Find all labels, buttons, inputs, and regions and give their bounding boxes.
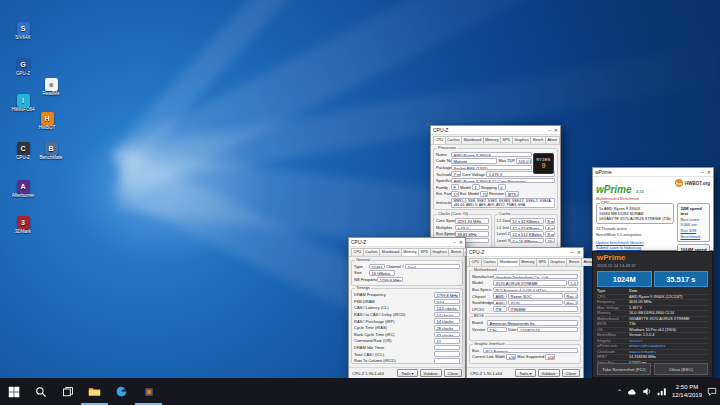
gfx-bus-value: PCI-Express (483, 348, 578, 354)
search-icon (35, 386, 47, 398)
tab[interactable]: About (545, 136, 560, 144)
minimize-icon[interactable]: – (453, 240, 456, 245)
task-view-icon (62, 386, 74, 398)
timing-value (434, 358, 460, 364)
cpuz-taskbar-button[interactable] (135, 378, 162, 405)
timing-label: DRAM Idle Timer (354, 345, 433, 350)
field-label: L1 Inst. (497, 225, 509, 230)
result-titlebar[interactable]: wPrime 2019-12-14 14:49:37 (593, 252, 712, 269)
family-value: F (451, 184, 459, 190)
network-icon[interactable] (657, 387, 667, 396)
southbridge-value: X570 (508, 300, 563, 306)
cpuz-memory-titlebar[interactable]: CPU-Z – ✕ (349, 238, 465, 247)
link-width-value: x16 (506, 354, 516, 360)
processor-group: Processor RYZEN 9 Name AMD Ryzen 9 3900X… (433, 148, 558, 210)
close-icon[interactable]: ✕ (707, 170, 711, 175)
test-name: 32M speed test (680, 206, 707, 216)
document-icon: ≡ (45, 78, 58, 91)
tab[interactable]: SPD (418, 248, 431, 256)
tab[interactable]: Memory (401, 248, 419, 256)
clock-time: 2:50 PM (672, 384, 702, 391)
onedrive-icon[interactable] (627, 388, 637, 396)
tab[interactable]: Graphics (512, 136, 532, 144)
tab[interactable]: Caches (445, 136, 463, 144)
tab[interactable]: SPD (500, 136, 513, 144)
group-title: Graphic Interface (473, 342, 506, 346)
tab[interactable]: Graphics (430, 248, 450, 256)
volume-icon[interactable] (642, 387, 652, 396)
result-row-data: 4616.09 MHz (629, 300, 708, 304)
tab[interactable]: Caches (481, 258, 499, 266)
tray-chevron-icon[interactable]: ⌃ (617, 388, 622, 395)
hwbot-logo[interactable]: hw HWBOT.org (675, 179, 710, 187)
desktop-icon-gpuz[interactable]: G GPU-Z (6, 58, 40, 77)
tab[interactable]: Caches (363, 248, 381, 256)
tab[interactable]: CPU (469, 258, 482, 266)
desktop[interactable]: S SIV64X G GPU-Z i HWiNFO64 ≡ ReadMe H H… (0, 0, 720, 405)
desktop-icon-hwbot[interactable]: H HWBOT (30, 112, 64, 131)
take-screenshot-button[interactable]: Take Screenshot (F12) (597, 363, 651, 375)
field-label: Bus (472, 348, 482, 353)
validate-button[interactable]: Validate (538, 369, 560, 377)
tools-button[interactable]: Tools ▾ (515, 369, 535, 377)
cpuz-mainboard-titlebar[interactable]: CPU-Z – ✕ (467, 248, 583, 257)
wprime-titlebar[interactable]: wPrime – ✕ (593, 168, 713, 177)
action-center-icon[interactable] (707, 387, 717, 396)
close-esc-button[interactable]: Close (ESC) (654, 363, 708, 375)
tab[interactable]: Mainboard (497, 258, 519, 266)
tab[interactable]: Bench (530, 136, 545, 144)
field-label: Ext. Model (460, 191, 479, 196)
minimize-icon[interactable]: – (548, 128, 551, 133)
close-icon[interactable]: ✕ (459, 240, 463, 245)
tab[interactable]: SPD (536, 258, 549, 266)
close-icon[interactable]: ✕ (554, 128, 558, 133)
model-value: X570 AORUS XTREME (493, 280, 567, 286)
minimize-icon[interactable]: – (701, 170, 704, 175)
tab[interactable]: Mainboard (461, 136, 483, 144)
result-row-type: Max. Voltage (597, 306, 629, 310)
tab[interactable]: CPU (433, 136, 446, 144)
app-icon: S (17, 22, 30, 35)
cpuz-mainboard-window: CPU-Z – ✕ CPUCachesMainboardMemorySPDGra… (466, 247, 584, 379)
close-button[interactable]: Close (562, 369, 580, 377)
task-view-button[interactable] (54, 378, 81, 405)
cpuz-version: CPU-Z 1.90.1.x64 (352, 371, 384, 376)
desktop-icon-benchmate[interactable]: B BenchMate (34, 142, 68, 161)
desktop-icon-readme[interactable]: ≡ ReadMe (34, 78, 68, 97)
run-benchmark-link[interactable]: Run 32M Benchmark (680, 228, 707, 239)
cache-size-value: 4 x 16 MBytes (510, 238, 544, 244)
instructions-value: MMX(+), SSE, SSE2, SSE3, SSSE3, SSE4.1, … (451, 198, 555, 209)
tab[interactable]: Bench (448, 248, 463, 256)
search-button[interactable] (27, 378, 54, 405)
tools-button[interactable]: Tools ▾ (397, 369, 417, 377)
result-row-type: HPET (597, 355, 629, 359)
desktop-icon-afterburner[interactable]: A Afterburner (6, 180, 40, 199)
taskbar-clock[interactable]: 2:50 PM 12/14/2019 (672, 384, 702, 398)
tab[interactable]: Bench (566, 258, 581, 266)
close-button[interactable]: Close (444, 369, 462, 377)
graphic-interface-group: Graphic Interface Bus PCI-Express Curren… (469, 344, 581, 364)
close-icon[interactable]: ✕ (577, 250, 581, 255)
tab[interactable]: Memory (519, 258, 537, 266)
wprime-result-window: wPrime 2019-12-14 14:49:37 1024M 35.517 … (592, 251, 713, 378)
minimize-icon[interactable]: – (571, 250, 574, 255)
desktop-icon-3dmark[interactable]: 3 3DMark (6, 216, 40, 235)
file-explorer-button[interactable] (81, 378, 108, 405)
windows-logo-icon (8, 386, 20, 398)
edge-button[interactable] (108, 378, 135, 405)
validate-button[interactable]: Validate (420, 369, 442, 377)
tab[interactable]: Graphics (548, 258, 568, 266)
desktop-icon-siv[interactable]: S SIV64X (6, 22, 40, 41)
start-button[interactable] (0, 378, 27, 405)
tab[interactable]: CPU (351, 248, 364, 256)
general-group: General Type DDR4 Channel # Dual Size 16… (351, 260, 463, 286)
cpuz-cpu-titlebar[interactable]: CPU-Z – ✕ (431, 126, 560, 135)
timing-value: 1799.8 MHz (434, 292, 460, 298)
field-label: Multiplier (436, 225, 454, 230)
tab[interactable]: Mainboard (379, 248, 401, 256)
tab[interactable]: Memory (483, 136, 501, 144)
cache-size-value: 12 x 512 KBytes (510, 231, 544, 237)
desktop-icon-label: SIV64X (6, 36, 40, 41)
timing-label: Command Rate (CR) (354, 338, 433, 343)
hwbot-icon: hw (675, 179, 683, 187)
